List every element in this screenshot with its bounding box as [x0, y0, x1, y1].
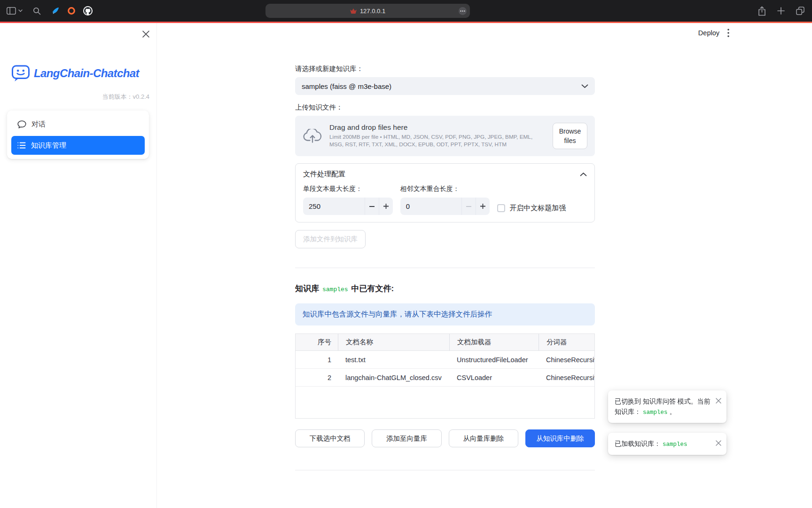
- streamlit-header: Deploy: [698, 29, 729, 37]
- table-action-buttons: 下载选中文档 添加至向量库 从向量库删除 从知识库中删除: [295, 429, 595, 447]
- minus-icon: [466, 206, 471, 207]
- cell-loader[interactable]: CSVLoader: [449, 374, 539, 381]
- search-button[interactable]: [33, 7, 41, 15]
- cell-name[interactable]: test.txt: [338, 356, 449, 364]
- toast-code: samples: [663, 441, 687, 448]
- chunk-size-input[interactable]: [303, 202, 365, 210]
- cell-index[interactable]: 1: [296, 356, 338, 364]
- app-logo: LangChain-Chatchat: [11, 64, 139, 82]
- zh-title-enhance-checkbox[interactable]: [497, 204, 505, 212]
- sidebar: LangChain-Chatchat 当前版本：v0.2.4 对话 知识库管理: [0, 23, 157, 508]
- tabs-icon: [796, 7, 804, 15]
- file-dropzone[interactable]: Drag and drop files here Limit 200MB per…: [295, 116, 595, 156]
- expander-body: 单段文本最大长度： 相邻文本重合长度：: [296, 184, 594, 222]
- column-header-index[interactable]: 序号: [296, 338, 338, 347]
- plus-icon: [383, 204, 389, 209]
- browser-left-controls: [7, 0, 93, 22]
- url-text: 127.0.0.1: [360, 8, 385, 15]
- menu-item-label: 对话: [31, 120, 46, 129]
- chevron-up-icon: [580, 172, 587, 176]
- table-row[interactable]: 2 langchain-ChatGLM_closed.csv CSVLoader…: [296, 369, 594, 387]
- dropzone-instructions: Drag and drop files here Limit 200MB per…: [329, 123, 546, 148]
- browser-right-controls: [758, 0, 804, 22]
- chunk-size-increment-button[interactable]: [379, 198, 393, 215]
- chatchat-logo-icon: [11, 64, 30, 82]
- kb-files-heading-suffix: 中已有文件:: [351, 283, 394, 294]
- chunk-size-stepper: [303, 198, 393, 215]
- search-icon: [33, 7, 41, 15]
- dropzone-title: Drag and drop files here: [329, 123, 546, 132]
- table-row[interactable]: 1 test.txt UnstructuredFileLoader Chines…: [296, 351, 594, 369]
- overlap-size-increment-button[interactable]: [476, 198, 490, 215]
- pinned-tab-blue[interactable]: [51, 7, 60, 15]
- menu-item-label: 知识库管理: [31, 141, 66, 150]
- menu-item-knowledge-base[interactable]: 知识库管理: [11, 136, 145, 155]
- sidebar-toggle-button[interactable]: [7, 7, 23, 15]
- divider: [295, 470, 595, 470]
- chunk-size-field: 单段文本最大长度：: [303, 185, 393, 215]
- column-header-name[interactable]: 文档名称: [338, 334, 449, 350]
- sidebar-close-button[interactable]: [141, 30, 150, 38]
- pinned-tab-orange-icon: [67, 7, 76, 15]
- column-header-splitter[interactable]: 分词器: [539, 334, 594, 350]
- new-tab-button[interactable]: [777, 7, 785, 15]
- toast-code: samples: [643, 409, 668, 416]
- toast-close-button[interactable]: [716, 438, 722, 444]
- pinned-tab-orange[interactable]: [67, 7, 76, 15]
- browse-files-button[interactable]: Browse files: [553, 123, 587, 150]
- overlap-size-input[interactable]: [400, 202, 462, 210]
- cell-splitter[interactable]: ChineseRecursiveT: [539, 374, 594, 381]
- chevron-down-icon: [18, 9, 23, 12]
- close-icon: [142, 31, 149, 38]
- cell-splitter[interactable]: ChineseRecursiveT: [539, 356, 594, 364]
- download-selected-button[interactable]: 下载选中文档: [295, 429, 365, 447]
- overlap-size-label: 相邻文本重合长度：: [400, 185, 490, 193]
- chat-bubble-icon: [17, 120, 26, 128]
- overlap-size-decrement-button[interactable]: [461, 198, 476, 215]
- deploy-button[interactable]: Deploy: [698, 29, 719, 37]
- page-options-button[interactable]: [459, 7, 467, 15]
- delete-from-kb-button[interactable]: 从知识库中删除: [525, 429, 595, 447]
- share-icon: [758, 6, 766, 16]
- cell-name[interactable]: langchain-ChatGLM_closed.csv: [338, 374, 449, 381]
- kb-selectbox[interactable]: samples (faiss @ m3e-base): [295, 77, 595, 95]
- ellipsis-icon: [460, 10, 465, 12]
- site-favicon: [350, 8, 357, 14]
- app-logo-text: LangChain-Chatchat: [34, 67, 139, 80]
- cloud-upload-icon: [303, 129, 322, 143]
- tab-overview-button[interactable]: [796, 7, 804, 15]
- knowledge-base-icon: [17, 142, 26, 149]
- close-icon: [716, 398, 721, 404]
- toast-close-button[interactable]: [716, 396, 722, 402]
- menu-item-chat[interactable]: 对话: [11, 115, 145, 134]
- delete-from-vector-store-button[interactable]: 从向量库删除: [449, 429, 518, 447]
- toast-stack: 已切换到 知识库问答 模式。当前知识库：samples。 已加载知识库：samp…: [608, 390, 726, 455]
- cell-index[interactable]: 2: [296, 374, 338, 381]
- pinned-tab-github[interactable]: [83, 6, 93, 16]
- expander-header[interactable]: 文件处理配置: [296, 164, 594, 184]
- main-menu-button[interactable]: [727, 29, 729, 37]
- cell-loader[interactable]: UnstructuredFileLoader: [449, 356, 539, 364]
- kb-selected-value: samples (faiss @ m3e-base): [302, 82, 581, 90]
- chunk-size-label: 单段文本最大长度：: [303, 185, 393, 193]
- kb-files-heading: 知识库 samples 中已有文件:: [295, 283, 595, 294]
- column-header-loader[interactable]: 文档加载器: [449, 334, 539, 350]
- chunk-size-decrement-button[interactable]: [365, 198, 379, 215]
- overlap-size-field: 相邻文本重合长度：: [400, 185, 490, 215]
- add-to-vector-store-button[interactable]: 添加至向量库: [372, 429, 441, 447]
- github-icon: [83, 6, 93, 16]
- zh-title-enhance-label[interactable]: 开启中文标题加强: [509, 204, 566, 213]
- table-header-row: 序号 文档名称 文档加载器 分词器: [296, 334, 594, 351]
- browser-toolbar: 127.0.0.1: [0, 0, 812, 22]
- toast-kb-loaded: 已加载知识库：samples: [608, 433, 726, 455]
- chevron-down-icon: [581, 84, 588, 88]
- upload-label: 上传知识文件：: [295, 103, 595, 112]
- pinned-tab-blue-icon: [51, 7, 60, 15]
- share-button[interactable]: [758, 6, 766, 16]
- add-files-button[interactable]: 添加文件到知识库: [295, 230, 366, 248]
- sidebar-panel-icon: [7, 7, 16, 15]
- address-bar[interactable]: 127.0.0.1: [265, 4, 470, 18]
- kb-name-code: samples: [322, 286, 348, 293]
- toast-text-suffix: 。: [670, 408, 676, 415]
- kebab-menu-icon: [727, 29, 729, 37]
